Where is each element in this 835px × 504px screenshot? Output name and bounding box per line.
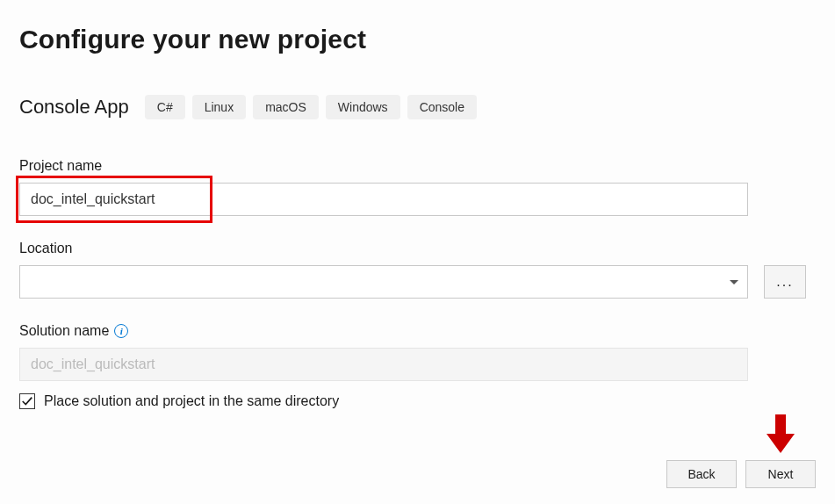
tag-windows: Windows	[326, 95, 400, 119]
project-name-field: Project name	[19, 158, 816, 216]
tag-console: Console	[407, 95, 477, 119]
solution-name-label: Solution name	[19, 323, 109, 339]
project-name-input[interactable]	[19, 183, 748, 216]
info-icon[interactable]: i	[114, 324, 128, 338]
next-button[interactable]: Next	[745, 460, 816, 488]
solution-name-input: doc_intel_quickstart	[19, 348, 748, 381]
template-row: Console App C# Linux macOS Windows Conso…	[19, 95, 816, 119]
same-directory-checkbox[interactable]	[19, 393, 35, 409]
back-button[interactable]: Back	[666, 460, 737, 488]
template-name: Console App	[19, 96, 129, 119]
solution-name-field: Solution name i doc_intel_quickstart	[19, 323, 816, 381]
same-directory-label: Place solution and project in the same d…	[44, 393, 339, 409]
location-dropdown[interactable]	[19, 265, 748, 299]
page-title: Configure your new project	[19, 25, 816, 54]
tag-macos: macOS	[253, 95, 319, 119]
same-directory-row: Place solution and project in the same d…	[19, 393, 816, 409]
project-name-label: Project name	[19, 158, 816, 174]
annotation-arrow-icon	[765, 414, 796, 457]
tag-linux: Linux	[192, 95, 246, 119]
template-tags: C# Linux macOS Windows Console	[145, 95, 477, 119]
location-label: Location	[19, 241, 816, 256]
browse-button[interactable]: ...	[764, 265, 806, 299]
footer-buttons: Back Next	[666, 460, 816, 488]
solution-name-label-row: Solution name i	[19, 323, 816, 339]
checkmark-icon	[21, 395, 33, 407]
chevron-down-icon	[730, 280, 738, 284]
tag-csharp: C#	[145, 95, 185, 119]
location-field: Location ...	[19, 241, 816, 299]
